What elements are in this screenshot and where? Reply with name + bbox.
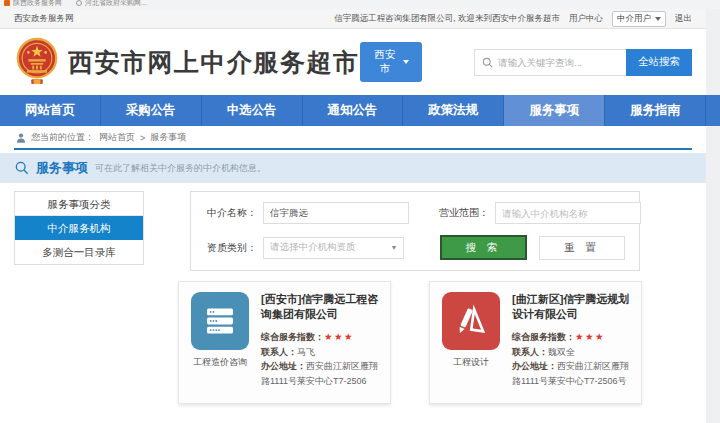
breadcrumb-current: 服务事项	[150, 131, 186, 144]
sidebar-item-service-categories[interactable]: 服务事项分类	[15, 192, 143, 216]
qualification-type-placeholder: 请选择中介机构资质	[270, 241, 356, 254]
design-tools-icon	[442, 292, 500, 350]
nav-item-procurement-notices[interactable]: 采购公告	[101, 95, 202, 126]
section-description: 可在此了解相关中介服务的中介机构信息。	[95, 162, 266, 175]
bookmark-label: 陕西政务服务网	[13, 0, 62, 8]
results-list: 工程造价咨询 [西安市]信宇腾远工程咨询集团有限公司 综合服务指数：★★★ 联系…	[178, 281, 692, 404]
nav-item-service-guide[interactable]: 服务指南	[605, 95, 706, 126]
portal-name[interactable]: 西安政务服务网	[14, 13, 74, 25]
national-emblem-logo	[14, 37, 60, 87]
breadcrumb: 您当前的位置： 网站首页 > 服务事项	[14, 126, 692, 150]
globe-favicon	[76, 0, 82, 6]
bookmark-item[interactable]: 河北省政府采购网...	[76, 0, 147, 8]
nav-item-service-items[interactable]: 服务事项	[504, 95, 605, 126]
global-search-box	[474, 49, 626, 76]
service-index-label: 综合服务指数：	[261, 332, 324, 342]
main-column: 中介名称： 营业范围： 资质类别： 请选择中介机构资质 ▼ 搜 索 重 置	[178, 191, 692, 404]
breadcrumb-separator: >	[140, 133, 145, 143]
user-type-select[interactable]: 中介用户	[612, 11, 666, 27]
user-type-value: 中介用户	[617, 13, 651, 25]
contact-label: 联系人：	[261, 347, 297, 357]
nav-item-policies[interactable]: 政策法规	[403, 95, 504, 126]
user-center-link[interactable]: 用户中心	[569, 13, 603, 25]
search-icon	[482, 57, 493, 68]
contact-name: 马飞	[297, 347, 315, 357]
sidebar-item-multi-survey-catalog[interactable]: 多测合一目录库	[15, 240, 143, 264]
main-nav: 网站首页 采购公告 中选公告 通知公告 政策法规 服务事项 服务指南	[0, 95, 720, 126]
browser-bookmarks-bar: 陕西政务服务网 河北省政府采购网...	[0, 0, 720, 9]
content-area: 服务事项分类 中介服务机构 多测合一目录库 中介名称： 营业范围： 资质类别： …	[0, 183, 706, 423]
contact-name: 魏双全	[548, 347, 575, 357]
chevron-down-icon	[655, 17, 661, 21]
sidebar-item-intermediary-agencies[interactable]: 中介服务机构	[15, 216, 143, 240]
chevron-down-icon: ▼	[390, 244, 397, 251]
site-favicon	[4, 0, 10, 6]
breadcrumb-home-link[interactable]: 网站首页	[99, 131, 135, 144]
section-title: 服务事项	[36, 159, 88, 177]
location-person-icon	[16, 133, 26, 143]
breadcrumb-prefix: 您当前的位置：	[31, 131, 94, 144]
agency-name-input[interactable]	[263, 202, 409, 224]
reset-button[interactable]: 重 置	[539, 236, 625, 260]
welcome-text: 信宇腾远工程咨询集团有限公司, 欢迎来到西安中介服务超市	[334, 13, 560, 25]
star-rating: ★★★	[575, 331, 605, 342]
service-category-label: 工程造价咨询	[188, 356, 252, 369]
section-banner: 服务事项 可在此了解相关中介服务的中介机构信息。	[0, 153, 706, 183]
chevron-down-icon	[403, 60, 409, 64]
address-label: 办公地址：	[261, 361, 306, 371]
service-category-label: 工程设计	[439, 356, 503, 369]
agency-name-label: 中介名称：	[205, 206, 257, 220]
global-search-button[interactable]: 全站搜索	[626, 49, 692, 76]
qualification-type-select[interactable]: 请选择中介机构资质 ▼	[263, 237, 404, 259]
search-icon	[15, 161, 29, 175]
server-icon	[191, 292, 249, 350]
qualification-type-label: 资质类别：	[205, 241, 257, 255]
star-rating: ★★★	[324, 331, 354, 342]
sidebar: 服务事项分类 中介服务机构 多测合一目录库	[14, 191, 144, 265]
agency-title[interactable]: [曲江新区]信宇腾远规划设计有限公司	[512, 292, 632, 323]
city-name: 西安市	[373, 48, 398, 76]
address-label: 办公地址：	[512, 361, 557, 371]
nav-item-home[interactable]: 网站首页	[0, 95, 101, 126]
site-header: 西安市网上中介服务超市 西安市 全站搜索	[0, 29, 706, 95]
agency-card[interactable]: 工程设计 [曲江新区]信宇腾远规划设计有限公司 综合服务指数：★★★ 联系人：魏…	[429, 281, 642, 404]
service-index-label: 综合服务指数：	[512, 332, 575, 342]
page-title: 西安市网上中介服务超市	[68, 46, 360, 79]
page-body: 您当前的位置： 网站首页 > 服务事项 服务事项 可在此了解相关中介服务的中介机…	[0, 126, 706, 423]
city-selector-button[interactable]: 西安市	[360, 42, 423, 82]
global-search-input[interactable]	[498, 57, 619, 68]
business-scope-input[interactable]	[495, 202, 641, 224]
logout-link[interactable]: 退出	[675, 13, 692, 25]
contact-label: 联系人：	[512, 347, 548, 357]
business-scope-label: 营业范围：	[437, 206, 489, 220]
filter-panel: 中介名称： 营业范围： 资质类别： 请选择中介机构资质 ▼ 搜 索 重 置	[190, 191, 640, 271]
agency-title[interactable]: [西安市]信宇腾远工程咨询集团有限公司	[261, 292, 381, 323]
bookmark-label: 河北省政府采购网...	[85, 0, 147, 8]
site-topbar: 西安政务服务网 信宇腾远工程咨询集团有限公司, 欢迎来到西安中介服务超市 用户中…	[0, 9, 706, 29]
search-button[interactable]: 搜 索	[440, 235, 526, 260]
agency-card[interactable]: 工程造价咨询 [西安市]信宇腾远工程咨询集团有限公司 综合服务指数：★★★ 联系…	[178, 281, 391, 404]
nav-item-selection-notices[interactable]: 中选公告	[202, 95, 303, 126]
nav-item-announcements[interactable]: 通知公告	[303, 95, 404, 126]
bookmark-item[interactable]: 陕西政务服务网	[4, 0, 62, 8]
